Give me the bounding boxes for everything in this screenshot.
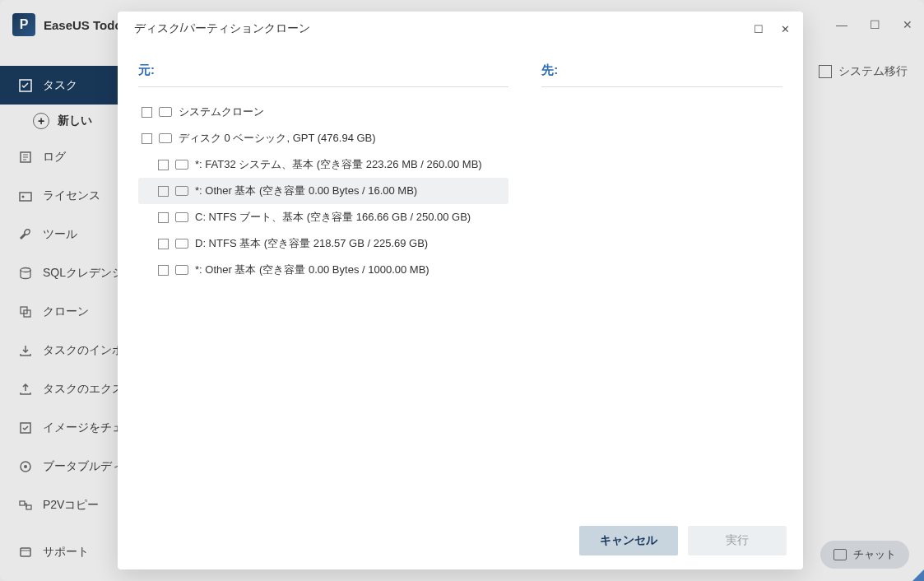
checkbox[interactable] [142, 133, 152, 144]
checkbox[interactable] [158, 239, 169, 249]
disk-icon [175, 160, 188, 170]
checkbox[interactable] [158, 160, 169, 170]
disk-icon [175, 186, 188, 196]
tree-row[interactable]: C: NTFS ブート、基本 (空き容量 166.66 GB / 250.00 … [138, 204, 508, 230]
modal-footer: キャンセル 実行 [118, 512, 803, 569]
modal-title: ディスク/パーティションクローン [134, 21, 310, 36]
dest-header: 先: [541, 63, 782, 87]
checkbox[interactable] [158, 265, 169, 276]
main-window: EaseUS Todo — ☐ ✕ システム移行 タスク + 新しい ログ ライ… [0, 0, 924, 581]
tree-row-label: システムクローン [179, 105, 264, 119]
tree-row[interactable]: *: Other 基本 (空き容量 0.00 Bytes / 16.00 MB) [138, 178, 508, 204]
tree-row[interactable]: *: Other 基本 (空き容量 0.00 Bytes / 1000.00 M… [138, 257, 508, 283]
disk-icon [175, 239, 188, 249]
modal-body: 元: システムクローンディスク 0 ベーシック, GPT (476.94 GB)… [118, 46, 803, 512]
tree-row-label: C: NTFS ブート、基本 (空き容量 166.66 GB / 250.00 … [195, 210, 471, 225]
disk-icon [159, 133, 172, 143]
cancel-button[interactable]: キャンセル [579, 526, 678, 555]
checkbox[interactable] [142, 107, 152, 118]
modal-header: ディスク/パーティションクローン ☐ ✕ [118, 12, 803, 46]
modal-close-icon[interactable]: ✕ [779, 23, 791, 35]
tree-row[interactable]: *: FAT32 システム、基本 (空き容量 223.26 MB / 260.0… [138, 151, 508, 178]
tree-row-label: *: Other 基本 (空き容量 0.00 Bytes / 1000.00 M… [195, 263, 429, 277]
tree-row[interactable]: D: NTFS 基本 (空き容量 218.57 GB / 225.69 GB) [138, 230, 508, 257]
source-tree: システムクローンディスク 0 ベーシック, GPT (476.94 GB)*: … [138, 99, 508, 283]
tree-row-label: *: Other 基本 (空き容量 0.00 Bytes / 16.00 MB) [195, 184, 417, 198]
checkbox[interactable] [158, 186, 169, 197]
tree-row-label: *: FAT32 システム、基本 (空き容量 223.26 MB / 260.0… [195, 157, 482, 172]
tree-row[interactable]: ディスク 0 ベーシック, GPT (476.94 GB) [138, 125, 508, 151]
tree-row[interactable]: システムクローン [138, 99, 508, 125]
execute-button[interactable]: 実行 [688, 526, 787, 555]
dest-column: 先: [541, 63, 782, 512]
disk-icon [159, 107, 172, 117]
tree-row-label: D: NTFS 基本 (空き容量 218.57 GB / 225.69 GB) [195, 236, 428, 251]
source-column: 元: システムクローンディスク 0 ベーシック, GPT (476.94 GB)… [138, 63, 508, 512]
disk-icon [175, 265, 188, 275]
checkbox[interactable] [158, 212, 169, 223]
tree-row-label: ディスク 0 ベーシック, GPT (476.94 GB) [179, 131, 376, 146]
source-header: 元: [138, 63, 508, 87]
modal-maximize-icon[interactable]: ☐ [753, 23, 764, 35]
disk-icon [175, 212, 188, 222]
clone-modal: ディスク/パーティションクローン ☐ ✕ 元: システムクローンディスク 0 ベ… [118, 12, 803, 569]
